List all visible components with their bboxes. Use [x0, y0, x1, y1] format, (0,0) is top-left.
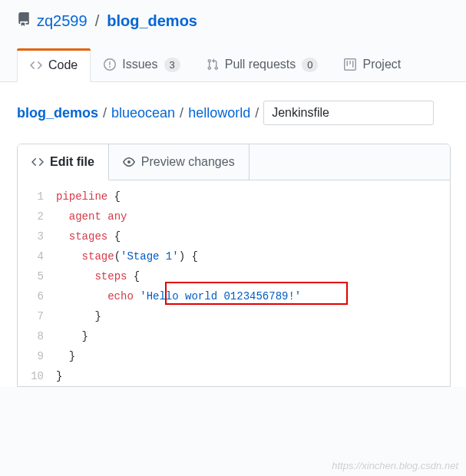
tab-edit-file[interactable]: Edit file	[18, 144, 109, 180]
tab-pulls-label: Pull requests	[225, 58, 296, 71]
filename-input[interactable]	[263, 101, 434, 125]
tab-code-label: Code	[48, 58, 78, 72]
line-number: 6	[18, 286, 44, 306]
tab-projects-label: Project	[362, 58, 401, 71]
line-number: 7	[18, 306, 44, 326]
watermark: https://xinchen.blog.csdn.net	[332, 460, 458, 471]
pulls-count: 0	[302, 58, 318, 72]
tab-edit-label: Edit file	[50, 155, 94, 169]
breadcrumb: blog_demos / blueocean / helloworld /	[17, 101, 466, 125]
line-number: 9	[18, 346, 44, 366]
tab-issues[interactable]: Issues 3	[91, 48, 193, 81]
file-tabs: Edit file Preview changes	[18, 144, 450, 180]
editor-panel: Edit file Preview changes 1 2 3 4 5 6 7 …	[17, 144, 451, 387]
line-number: 3	[18, 226, 44, 246]
content-area: blog_demos / blueocean / helloworld / Ed…	[0, 82, 466, 387]
issues-count: 3	[164, 58, 180, 72]
code-content[interactable]: pipeline { agent any stages { stage('Sta…	[55, 187, 450, 386]
breadcrumb-separator: /	[103, 105, 107, 121]
line-number: 2	[18, 207, 44, 226]
tab-pull-requests[interactable]: Pull requests 0	[193, 48, 332, 81]
tab-preview-changes[interactable]: Preview changes	[109, 144, 250, 180]
line-number: 10	[18, 366, 44, 386]
tab-projects[interactable]: Project	[331, 48, 414, 81]
line-number: 1	[18, 187, 44, 207]
breadcrumb-separator: /	[180, 105, 183, 121]
repo-name-link[interactable]: blog_demos	[107, 12, 197, 30]
line-number-gutter: 1 2 3 4 5 6 7 8 9 10	[18, 187, 55, 386]
line-number: 5	[18, 266, 44, 286]
breadcrumb-p2[interactable]: helloworld	[188, 105, 250, 121]
repo-header: zq2599 / blog_demos	[0, 0, 466, 30]
breadcrumb-separator: /	[255, 105, 259, 121]
breadcrumb-p1[interactable]: blueocean	[111, 105, 175, 121]
tab-issues-label: Issues	[122, 58, 157, 71]
repo-icon	[17, 12, 31, 30]
code-editor[interactable]: 1 2 3 4 5 6 7 8 9 10 pipeline { agent an…	[18, 180, 450, 386]
repo-owner-link[interactable]: zq2599	[37, 12, 88, 30]
repo-tabs: Code Issues 3 Pull requests 0 Project	[0, 48, 466, 82]
tab-preview-label: Preview changes	[141, 155, 235, 169]
line-number: 4	[18, 246, 44, 266]
tab-code[interactable]: Code	[17, 48, 91, 82]
separator: /	[95, 12, 100, 30]
breadcrumb-root[interactable]: blog_demos	[17, 105, 98, 121]
line-number: 8	[18, 326, 44, 346]
